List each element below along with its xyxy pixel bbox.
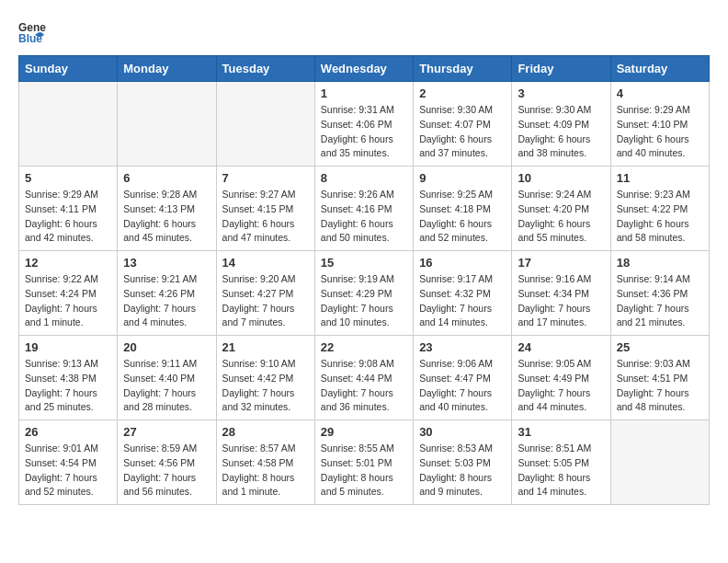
day-info: Sunrise: 9:30 AMSunset: 4:09 PMDaylight:… [518, 103, 604, 161]
day-cell: 23 Sunrise: 9:06 AMSunset: 4:47 PMDaylig… [414, 336, 512, 420]
day-info: Sunrise: 9:16 AMSunset: 4:34 PMDaylight:… [518, 272, 604, 330]
day-cell: 9 Sunrise: 9:25 AMSunset: 4:18 PMDayligh… [414, 167, 512, 251]
day-info: Sunrise: 9:30 AMSunset: 4:07 PMDaylight:… [419, 103, 506, 161]
day-cell: 17 Sunrise: 9:16 AMSunset: 4:34 PMDaylig… [512, 251, 610, 336]
day-info: Sunrise: 9:05 AMSunset: 4:49 PMDaylight:… [518, 357, 604, 415]
day-cell: 30 Sunrise: 8:53 AMSunset: 5:03 PMDaylig… [414, 420, 512, 505]
day-cell: 16 Sunrise: 9:17 AMSunset: 4:32 PMDaylig… [414, 251, 512, 336]
day-info: Sunrise: 9:17 AMSunset: 4:32 PMDaylight:… [419, 272, 506, 330]
day-header-monday: Monday [118, 56, 216, 82]
day-header-thursday: Thursday [414, 56, 512, 82]
day-cell: 4 Sunrise: 9:29 AMSunset: 4:10 PMDayligh… [610, 82, 709, 167]
day-number: 7 [222, 171, 309, 185]
day-cell: 10 Sunrise: 9:24 AMSunset: 4:20 PMDaylig… [512, 167, 610, 251]
day-number: 4 [617, 86, 703, 100]
day-number: 2 [419, 86, 506, 100]
day-cell: 31 Sunrise: 8:51 AMSunset: 5:05 PMDaylig… [512, 420, 610, 505]
week-row-1: 1 Sunrise: 9:31 AMSunset: 4:06 PMDayligh… [19, 82, 710, 167]
day-header-friday: Friday [512, 56, 610, 82]
day-number: 5 [25, 171, 111, 185]
day-cell: 5 Sunrise: 9:29 AMSunset: 4:11 PMDayligh… [19, 167, 118, 251]
day-info: Sunrise: 9:29 AMSunset: 4:11 PMDaylight:… [25, 188, 111, 246]
day-number: 12 [25, 256, 111, 270]
day-number: 22 [321, 340, 407, 354]
day-number: 8 [321, 171, 407, 185]
day-number: 14 [222, 256, 309, 270]
day-cell: 2 Sunrise: 9:30 AMSunset: 4:07 PMDayligh… [414, 82, 512, 167]
day-number: 29 [321, 425, 407, 439]
day-info: Sunrise: 9:10 AMSunset: 4:42 PMDaylight:… [222, 357, 309, 415]
day-cell: 8 Sunrise: 9:26 AMSunset: 4:16 PMDayligh… [314, 167, 413, 251]
day-info: Sunrise: 9:27 AMSunset: 4:15 PMDaylight:… [222, 188, 309, 246]
calendar-header: SundayMondayTuesdayWednesdayThursdayFrid… [19, 56, 710, 82]
day-cell: 24 Sunrise: 9:05 AMSunset: 4:49 PMDaylig… [512, 336, 610, 420]
day-header-sunday: Sunday [19, 56, 118, 82]
day-info: Sunrise: 9:03 AMSunset: 4:51 PMDaylight:… [617, 357, 703, 415]
day-cell: 25 Sunrise: 9:03 AMSunset: 4:51 PMDaylig… [610, 336, 709, 420]
day-info: Sunrise: 8:55 AMSunset: 5:01 PMDaylight:… [321, 442, 407, 500]
day-cell: 28 Sunrise: 8:57 AMSunset: 4:58 PMDaylig… [216, 420, 314, 505]
day-info: Sunrise: 9:25 AMSunset: 4:18 PMDaylight:… [419, 188, 506, 246]
day-info: Sunrise: 9:22 AMSunset: 4:24 PMDaylight:… [25, 272, 111, 330]
day-info: Sunrise: 9:23 AMSunset: 4:22 PMDaylight:… [617, 188, 703, 246]
day-number: 15 [321, 256, 407, 270]
day-number: 3 [518, 86, 604, 100]
day-info: Sunrise: 9:11 AMSunset: 4:40 PMDaylight:… [123, 357, 210, 415]
day-number: 16 [419, 256, 506, 270]
logo-icon: General Blue [18, 18, 46, 46]
day-cell: 6 Sunrise: 9:28 AMSunset: 4:13 PMDayligh… [118, 167, 216, 251]
day-cell: 26 Sunrise: 9:01 AMSunset: 4:54 PMDaylig… [19, 420, 118, 505]
svg-text:Blue: Blue [18, 32, 42, 45]
day-cell: 14 Sunrise: 9:20 AMSunset: 4:27 PMDaylig… [216, 251, 314, 336]
day-info: Sunrise: 8:53 AMSunset: 5:03 PMDaylight:… [419, 442, 506, 500]
day-info: Sunrise: 9:28 AMSunset: 4:13 PMDaylight:… [123, 188, 210, 246]
day-cell: 13 Sunrise: 9:21 AMSunset: 4:26 PMDaylig… [118, 251, 216, 336]
day-number: 17 [518, 256, 604, 270]
day-header-saturday: Saturday [610, 56, 709, 82]
day-cell: 3 Sunrise: 9:30 AMSunset: 4:09 PMDayligh… [512, 82, 610, 167]
day-info: Sunrise: 9:26 AMSunset: 4:16 PMDaylight:… [321, 188, 407, 246]
logo: General Blue [18, 18, 50, 46]
day-info: Sunrise: 9:24 AMSunset: 4:20 PMDaylight:… [518, 188, 604, 246]
week-row-2: 5 Sunrise: 9:29 AMSunset: 4:11 PMDayligh… [19, 167, 710, 251]
day-number: 19 [25, 340, 111, 354]
day-cell: 22 Sunrise: 9:08 AMSunset: 4:44 PMDaylig… [314, 336, 413, 420]
page-header: General Blue [18, 18, 710, 46]
day-info: Sunrise: 8:51 AMSunset: 5:05 PMDaylight:… [518, 442, 604, 500]
day-number: 9 [419, 171, 506, 185]
day-cell [19, 82, 118, 167]
day-number: 18 [617, 256, 703, 270]
day-number: 23 [419, 340, 506, 354]
day-number: 26 [25, 425, 111, 439]
day-number: 28 [222, 425, 309, 439]
day-cell: 18 Sunrise: 9:14 AMSunset: 4:36 PMDaylig… [610, 251, 709, 336]
day-number: 6 [123, 171, 210, 185]
day-info: Sunrise: 9:29 AMSunset: 4:10 PMDaylight:… [617, 103, 703, 161]
day-number: 30 [419, 425, 506, 439]
day-cell: 11 Sunrise: 9:23 AMSunset: 4:22 PMDaylig… [610, 167, 709, 251]
day-info: Sunrise: 9:13 AMSunset: 4:38 PMDaylight:… [25, 357, 111, 415]
calendar-body: 1 Sunrise: 9:31 AMSunset: 4:06 PMDayligh… [19, 82, 710, 505]
day-info: Sunrise: 9:06 AMSunset: 4:47 PMDaylight:… [419, 357, 506, 415]
day-number: 20 [123, 340, 210, 354]
day-number: 21 [222, 340, 309, 354]
day-number: 1 [321, 86, 407, 100]
calendar-table: SundayMondayTuesdayWednesdayThursdayFrid… [18, 55, 710, 505]
day-number: 11 [617, 171, 703, 185]
day-info: Sunrise: 9:01 AMSunset: 4:54 PMDaylight:… [25, 442, 111, 500]
day-cell: 12 Sunrise: 9:22 AMSunset: 4:24 PMDaylig… [19, 251, 118, 336]
day-cell: 27 Sunrise: 8:59 AMSunset: 4:56 PMDaylig… [118, 420, 216, 505]
day-cell: 15 Sunrise: 9:19 AMSunset: 4:29 PMDaylig… [314, 251, 413, 336]
day-info: Sunrise: 9:14 AMSunset: 4:36 PMDaylight:… [617, 272, 703, 330]
day-cell: 7 Sunrise: 9:27 AMSunset: 4:15 PMDayligh… [216, 167, 314, 251]
day-info: Sunrise: 9:19 AMSunset: 4:29 PMDaylight:… [321, 272, 407, 330]
day-cell: 1 Sunrise: 9:31 AMSunset: 4:06 PMDayligh… [314, 82, 413, 167]
day-cell: 20 Sunrise: 9:11 AMSunset: 4:40 PMDaylig… [118, 336, 216, 420]
day-cell [118, 82, 216, 167]
day-cell: 21 Sunrise: 9:10 AMSunset: 4:42 PMDaylig… [216, 336, 314, 420]
day-header-tuesday: Tuesday [216, 56, 314, 82]
day-info: Sunrise: 9:20 AMSunset: 4:27 PMDaylight:… [222, 272, 309, 330]
day-number: 13 [123, 256, 210, 270]
day-number: 24 [518, 340, 604, 354]
day-cell [216, 82, 314, 167]
